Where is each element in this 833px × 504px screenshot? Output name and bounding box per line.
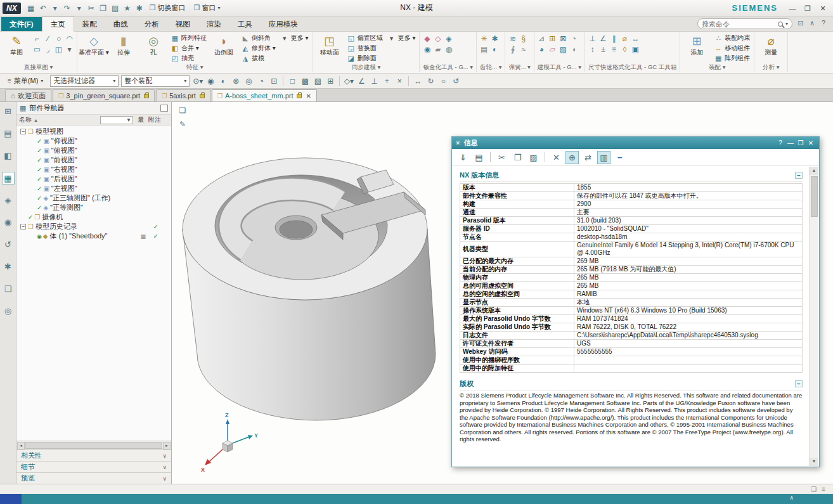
horizontal-dim-icon[interactable]: ↔ — [630, 34, 641, 44]
touch-mode-icon[interactable]: ✱ — [134, 3, 145, 14]
switch-window-button[interactable]: ❒切换窗口 — [146, 2, 190, 15]
checkbox-checked-icon[interactable]: ✓ — [37, 147, 42, 154]
move-tool-icon[interactable]: ↔ — [412, 75, 423, 87]
paste-icon[interactable]: ▨ — [527, 151, 540, 164]
more-features-button[interactable]: ▾更多 ▾ — [278, 33, 311, 43]
trim-body-button[interactable]: ◭修剪体 ▾ — [239, 43, 278, 53]
replace-face-button[interactable]: ◲替换面 — [345, 43, 385, 53]
ribbon-group-label-gear-tools[interactable]: 齿轮... ▾ — [479, 63, 503, 72]
tab-a-boss-sheet-mm[interactable]: ❒A-boss_sheet_mm.prt✕ — [212, 89, 317, 101]
gear-icon[interactable]: ✳ — [479, 34, 489, 44]
hatch-icon[interactable]: ▨ — [558, 44, 569, 55]
nav-panel-dependencies[interactable]: 相关性∨ — [16, 449, 171, 461]
command-search-box[interactable]: ▾ — [697, 18, 792, 29]
checkbox-checked-icon[interactable]: ✓ — [37, 204, 42, 211]
copy-icon[interactable]: ❐ — [98, 3, 109, 14]
rapid-dimension-icon[interactable]: ◫ — [53, 44, 64, 55]
dialog-help-button[interactable]: ? — [775, 139, 785, 148]
perpendicular-tool-icon[interactable]: ⊥ — [368, 75, 380, 87]
web-browser-icon[interactable]: ◎ — [2, 305, 15, 318]
scrollbar-thumb[interactable] — [25, 442, 162, 449]
ribbon-group-label-feature[interactable]: 特征 ▾ — [185, 63, 204, 72]
draft-button[interactable]: ◮拔模 — [239, 53, 278, 63]
expander-icon[interactable]: − — [20, 224, 26, 229]
dialog-scrollbar[interactable]: ▲ ▼ — [809, 167, 818, 466]
delete-icon[interactable]: ✕ — [550, 151, 563, 164]
tree-view-bottom[interactable]: ✓▣"仰视图" — [16, 136, 171, 146]
endpoint-snap-icon[interactable]: ◉ — [205, 75, 216, 87]
add-component-button[interactable]: ⊞添加 — [682, 32, 711, 56]
ribbon-group-label-analysis-group[interactable]: 分析 ▾ — [761, 63, 780, 72]
part-navigator-icon[interactable]: ▦ — [2, 172, 15, 184]
tree-model-history[interactable]: −❒模型历史记录✓ — [16, 222, 171, 231]
cam-icon[interactable]: ◐ — [489, 44, 500, 55]
history-icon[interactable]: ↺ — [2, 238, 15, 251]
taskbar-chevron-up-icon[interactable]: ∧ — [789, 494, 794, 501]
rectangle-icon[interactable]: ▭ — [32, 44, 42, 55]
pattern-component-button[interactable]: ▦阵列组件 — [712, 53, 752, 63]
grip-icon[interactable]: ≡ — [822, 486, 825, 493]
scroll-right-icon[interactable]: ▸ — [163, 442, 171, 449]
window-select-icon[interactable]: □ — [287, 75, 298, 87]
tree-body-sheetbody[interactable]: ◉◆体 (1) "Sheetbody"▦✓ — [16, 231, 171, 241]
wave-spring-icon[interactable]: ≈ — [518, 44, 529, 55]
assembly-navigator-icon[interactable]: ▤ — [2, 127, 15, 140]
ribbon-group-label-sheet-metal-tools[interactable]: 钣金化工具 - G... ▾ — [422, 63, 474, 72]
manage-parts-icon[interactable]: ❑ — [2, 283, 15, 295]
dialog-minimize-button[interactable]: — — [785, 139, 796, 148]
undo-icon[interactable]: ↶ — [37, 3, 49, 14]
column-name[interactable]: 名称 — [19, 115, 32, 124]
copy-icon[interactable]: ❐ — [511, 151, 524, 164]
column-comment[interactable]: 附注 — [148, 115, 169, 124]
plate-icon[interactable]: ▱ — [547, 44, 558, 55]
helix-icon[interactable]: § — [518, 34, 529, 44]
spring-icon[interactable]: ≋ — [507, 34, 518, 44]
plane-tool-icon[interactable]: ∠ — [356, 75, 367, 87]
offset-region-button[interactable]: ◱偏置区域 — [345, 33, 385, 43]
note-dim-icon[interactable]: ▣ — [630, 44, 641, 55]
cut-icon[interactable]: ✂ — [86, 3, 97, 14]
collapse-section-icon[interactable]: − — [795, 380, 803, 387]
corner-icon[interactable]: ◍ — [443, 44, 454, 55]
tab-3-pin-green-square[interactable]: ❒3_pin_green_square.prt — [53, 89, 155, 101]
ribbon-group-label-spring-tools[interactable]: 弹簧... ▾ — [507, 63, 531, 72]
move-component-button[interactable]: ↔移动组件 — [712, 43, 752, 53]
datum-dim-icon[interactable]: ≡ — [609, 44, 619, 55]
perpendicular-dim-icon[interactable]: ⊥ — [587, 34, 598, 44]
export-icon[interactable]: ⇓ — [456, 151, 470, 164]
circle-icon[interactable]: ○ — [53, 34, 64, 44]
tree-view-isometric[interactable]: ✓◈"正等测图" — [16, 203, 171, 212]
checkbox-checked-icon[interactable]: ✓ — [37, 176, 42, 183]
redo-caret-icon[interactable]: ▾ — [74, 3, 85, 14]
cut-icon[interactable]: ✂ — [495, 151, 508, 164]
three-quarter-icon[interactable]: ◕ — [536, 44, 547, 55]
rotate-tool-icon[interactable]: ↻ — [425, 75, 436, 87]
tab-5axis[interactable]: ❒5axis.prt — [156, 89, 210, 101]
assembly-constraints-button[interactable]: ∴装配约束 — [712, 33, 752, 43]
locate-in-window-icon[interactable]: ⊕ — [565, 151, 579, 164]
half-icon[interactable]: ◖ — [569, 44, 579, 55]
menu-application-modules-tab[interactable]: 应用模块 — [261, 17, 306, 31]
undo-caret-icon[interactable]: ▾ — [49, 3, 61, 14]
flange-icon[interactable]: ◇ — [432, 34, 443, 44]
scroll-down-icon[interactable]: ▼ — [810, 458, 818, 466]
more-sketch-icon[interactable]: ▾ — [64, 44, 75, 55]
visibility-dot-icon[interactable]: ◉ — [37, 233, 42, 240]
tab-welcome[interactable]: ⌂欢迎页面 — [5, 89, 51, 101]
checkbox-checked-icon[interactable]: ✓ — [37, 157, 42, 164]
navigator-horizontal-scrollbar[interactable]: ◂ ▸ — [16, 441, 171, 449]
arc-icon[interactable]: ◠ — [64, 34, 75, 44]
shell-button[interactable]: ◰抽壳 — [169, 53, 209, 63]
close-tab-icon[interactable]: ✕ — [306, 93, 311, 100]
more-sync-button[interactable]: ▾更多 ▾ — [385, 33, 418, 43]
sheet-metal-icon[interactable]: ◆ — [422, 34, 432, 44]
diameter-dim-icon[interactable]: ⌀ — [619, 34, 630, 44]
fit-view-icon[interactable]: ⊞ — [325, 75, 336, 87]
center-snap-icon[interactable]: ◎ — [243, 75, 254, 87]
compare-icon[interactable]: ⇄ — [581, 151, 595, 164]
ribbon-group-label-dimension-quick-format-tools[interactable]: 尺寸快速格式化工具 - GC 工具箱 — [587, 63, 678, 72]
expander-icon[interactable]: − — [20, 129, 26, 134]
checkbox-checked-icon[interactable]: ✓ — [37, 195, 42, 202]
save-icon[interactable]: ▦ — [25, 3, 37, 14]
menu-button[interactable]: ≡ 菜单(M) ▾ — [3, 75, 48, 87]
